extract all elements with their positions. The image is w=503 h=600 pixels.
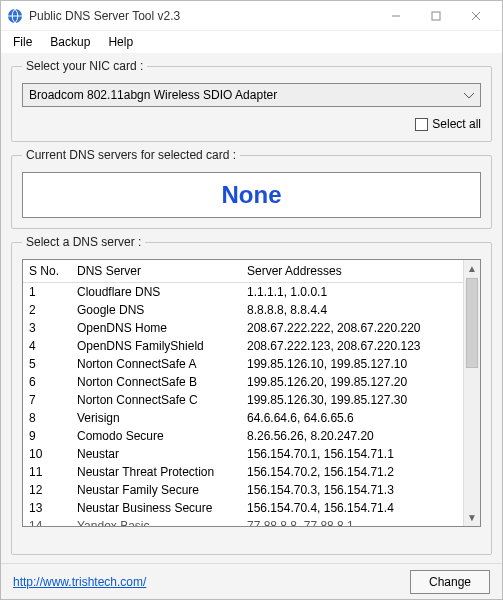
cell-sn: 12 (23, 481, 71, 499)
cell-sn: 11 (23, 463, 71, 481)
titlebar: Public DNS Server Tool v2.3 (1, 1, 502, 31)
cell-addr: 64.6.64.6, 64.6.65.6 (241, 409, 463, 427)
table-row[interactable]: 5Norton ConnectSafe A199.85.126.10, 199.… (23, 355, 463, 373)
cell-name: Norton ConnectSafe A (71, 355, 241, 373)
selectall-checkbox[interactable] (415, 118, 428, 131)
nic-group: Select your NIC card : Broadcom 802.11ab… (11, 59, 492, 142)
col-header-sn[interactable]: S No. (23, 260, 71, 283)
cell-sn: 13 (23, 499, 71, 517)
scrollbar-thumb[interactable] (466, 278, 478, 368)
cell-addr: 156.154.70.4, 156.154.71.4 (241, 499, 463, 517)
cell-sn: 14 (23, 517, 71, 526)
col-header-name[interactable]: DNS Server (71, 260, 241, 283)
table-header-row: S No. DNS Server Server Addresses (23, 260, 463, 283)
cell-addr: 199.85.126.20, 199.85.127.20 (241, 373, 463, 391)
table-row[interactable]: 14Yandex Basic77.88.8.8, 77.88.8.1 (23, 517, 463, 526)
menu-help[interactable]: Help (100, 33, 141, 51)
table-row[interactable]: 7Norton ConnectSafe C199.85.126.30, 199.… (23, 391, 463, 409)
selectall-row: Select all (22, 117, 481, 131)
dns-table-wrap: S No. DNS Server Server Addresses 1Cloud… (22, 259, 481, 527)
menu-file[interactable]: File (5, 33, 40, 51)
cell-sn: 7 (23, 391, 71, 409)
cell-sn: 9 (23, 427, 71, 445)
cell-addr: 208.67.222.222, 208.67.220.220 (241, 319, 463, 337)
scroll-down-arrow-icon[interactable]: ▼ (464, 509, 480, 526)
table-row[interactable]: 12Neustar Family Secure156.154.70.3, 156… (23, 481, 463, 499)
cell-name: Google DNS (71, 301, 241, 319)
table-row[interactable]: 11Neustar Threat Protection156.154.70.2,… (23, 463, 463, 481)
dns-table: S No. DNS Server Server Addresses 1Cloud… (23, 260, 463, 526)
cell-sn: 6 (23, 373, 71, 391)
cell-addr: 1.1.1.1, 1.0.0.1 (241, 283, 463, 302)
cell-addr: 8.26.56.26, 8.20.247.20 (241, 427, 463, 445)
footer: http://www.trishtech.com/ Change (1, 563, 502, 599)
cell-sn: 8 (23, 409, 71, 427)
cell-addr: 156.154.70.1, 156.154.71.1 (241, 445, 463, 463)
client-area: Select your NIC card : Broadcom 802.11ab… (1, 53, 502, 563)
current-dns-legend: Current DNS servers for selected card : (22, 148, 240, 162)
vertical-scrollbar[interactable]: ▲ ▼ (463, 260, 480, 526)
cell-sn: 5 (23, 355, 71, 373)
col-header-addr[interactable]: Server Addresses (241, 260, 463, 283)
cell-addr: 199.85.126.10, 199.85.127.10 (241, 355, 463, 373)
dns-table-scroll: S No. DNS Server Server Addresses 1Cloud… (23, 260, 463, 526)
svg-rect-2 (432, 12, 440, 20)
cell-name: Cloudflare DNS (71, 283, 241, 302)
cell-name: Neustar Threat Protection (71, 463, 241, 481)
cell-name: OpenDNS FamilyShield (71, 337, 241, 355)
dns-list-group: Select a DNS server : S No. DNS Server S… (11, 235, 492, 555)
cell-name: Norton ConnectSafe B (71, 373, 241, 391)
cell-name: Neustar (71, 445, 241, 463)
cell-addr: 208.67.222.123, 208.67.220.123 (241, 337, 463, 355)
cell-sn: 1 (23, 283, 71, 302)
current-dns-group: Current DNS servers for selected card : … (11, 148, 492, 229)
current-dns-value: None (222, 181, 282, 209)
table-row[interactable]: 3OpenDNS Home208.67.222.222, 208.67.220.… (23, 319, 463, 337)
table-row[interactable]: 6Norton ConnectSafe B199.85.126.20, 199.… (23, 373, 463, 391)
cell-name: OpenDNS Home (71, 319, 241, 337)
dns-list-legend: Select a DNS server : (22, 235, 145, 249)
close-button[interactable] (456, 2, 496, 30)
cell-name: Neustar Business Secure (71, 499, 241, 517)
cell-name: Verisign (71, 409, 241, 427)
menubar: File Backup Help (1, 31, 502, 53)
cell-sn: 3 (23, 319, 71, 337)
cell-name: Yandex Basic (71, 517, 241, 526)
change-button[interactable]: Change (410, 570, 490, 594)
cell-name: Neustar Family Secure (71, 481, 241, 499)
cell-name: Norton ConnectSafe C (71, 391, 241, 409)
app-window: Public DNS Server Tool v2.3 File Backup … (0, 0, 503, 600)
website-link[interactable]: http://www.trishtech.com/ (13, 575, 146, 589)
cell-name: Comodo Secure (71, 427, 241, 445)
chevron-down-icon (464, 88, 474, 102)
maximize-button[interactable] (416, 2, 456, 30)
menu-backup[interactable]: Backup (42, 33, 98, 51)
table-row[interactable]: 9Comodo Secure8.26.56.26, 8.20.247.20 (23, 427, 463, 445)
table-row[interactable]: 4OpenDNS FamilyShield208.67.222.123, 208… (23, 337, 463, 355)
table-row[interactable]: 1Cloudflare DNS1.1.1.1, 1.0.0.1 (23, 283, 463, 302)
cell-addr: 156.154.70.2, 156.154.71.2 (241, 463, 463, 481)
cell-addr: 156.154.70.3, 156.154.71.3 (241, 481, 463, 499)
nic-selected-value: Broadcom 802.11abgn Wireless SDIO Adapte… (29, 88, 277, 102)
cell-sn: 2 (23, 301, 71, 319)
current-dns-box: None (22, 172, 481, 218)
table-row[interactable]: 13Neustar Business Secure156.154.70.4, 1… (23, 499, 463, 517)
minimize-button[interactable] (376, 2, 416, 30)
window-title: Public DNS Server Tool v2.3 (29, 9, 180, 23)
selectall-label: Select all (432, 117, 481, 131)
table-row[interactable]: 8Verisign64.6.64.6, 64.6.65.6 (23, 409, 463, 427)
cell-addr: 77.88.8.8, 77.88.8.1 (241, 517, 463, 526)
cell-addr: 8.8.8.8, 8.8.4.4 (241, 301, 463, 319)
app-icon (7, 8, 23, 24)
cell-addr: 199.85.126.30, 199.85.127.30 (241, 391, 463, 409)
table-row[interactable]: 10Neustar156.154.70.1, 156.154.71.1 (23, 445, 463, 463)
change-button-label: Change (429, 575, 471, 589)
nic-legend: Select your NIC card : (22, 59, 147, 73)
cell-sn: 4 (23, 337, 71, 355)
cell-sn: 10 (23, 445, 71, 463)
table-row[interactable]: 2Google DNS8.8.8.8, 8.8.4.4 (23, 301, 463, 319)
nic-combobox[interactable]: Broadcom 802.11abgn Wireless SDIO Adapte… (22, 83, 481, 107)
scroll-up-arrow-icon[interactable]: ▲ (464, 260, 480, 277)
